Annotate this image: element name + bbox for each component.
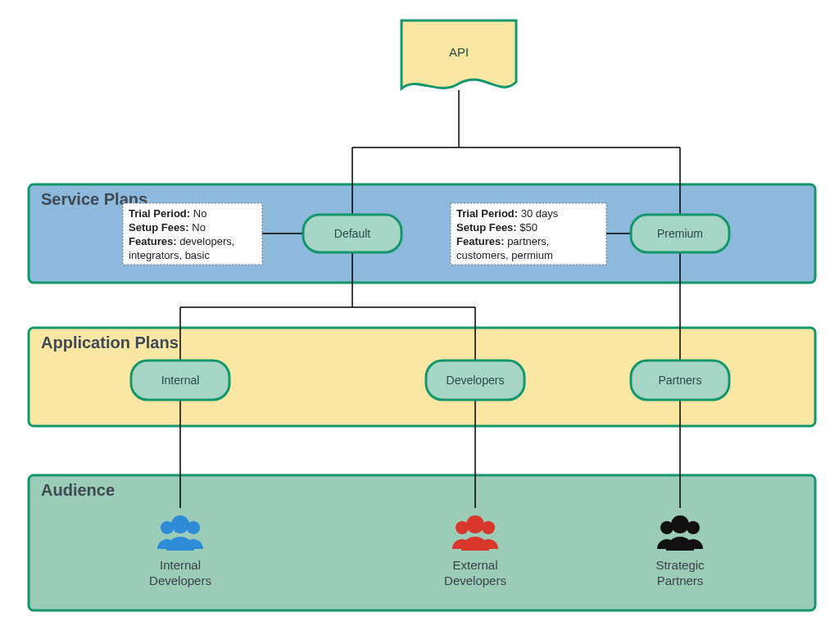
partners-plan-node: Partners	[631, 361, 729, 400]
audience-label: Audience	[41, 481, 115, 499]
default-fees-value: No	[189, 221, 206, 234]
external-dev-label-2: Developers	[444, 574, 506, 587]
default-fees-label: Setup Fees:	[129, 221, 189, 234]
default-features-label: Features:	[129, 235, 177, 247]
default-plan-label: Default	[334, 227, 370, 240]
svg-text:Features: partners,: Features: partners,	[456, 235, 549, 247]
svg-text:Trial Period: No: Trial Period: No	[129, 207, 206, 220]
strategic-label-2: Partners	[657, 574, 704, 587]
premium-details-box: Trial Period: 30 days Setup Fees: $50 Fe…	[451, 203, 606, 265]
premium-plan-node: Premium	[631, 215, 729, 252]
default-details-box: Trial Period: No Setup Fees: No Features…	[123, 203, 262, 265]
connectors	[180, 90, 680, 508]
api-node: API	[401, 20, 516, 88]
premium-plan-label: Premium	[657, 227, 703, 240]
svg-text:Setup Fees: No: Setup Fees: No	[129, 221, 206, 234]
internal-dev-label-1: Internal	[160, 558, 201, 572]
default-features-value-part2: integrators, basic	[129, 249, 210, 261]
default-features-value-part1: developers,	[177, 235, 235, 247]
application-plans-label: Application Plans	[41, 333, 179, 351]
external-dev-label-1: External	[452, 558, 497, 572]
svg-text:Features: developers,: Features: developers,	[129, 235, 234, 247]
developers-plan-node: Developers	[426, 361, 524, 400]
premium-fees-value: $50	[517, 221, 537, 234]
default-trial-value: No	[190, 207, 206, 220]
premium-features-value-part1: partners,	[505, 235, 550, 247]
default-trial-label: Trial Period:	[129, 207, 190, 220]
api-label: API	[449, 45, 469, 59]
premium-features-label: Features:	[456, 235, 505, 247]
strategic-label-1: Strategic	[655, 558, 705, 572]
premium-trial-label: Trial Period:	[456, 207, 518, 220]
svg-text:Trial Period: 30 days: Trial Period: 30 days	[456, 207, 559, 220]
developers-plan-label: Developers	[447, 374, 505, 387]
premium-features-value-part2: customers, permium	[456, 249, 553, 261]
internal-dev-label-2: Developers	[149, 574, 211, 587]
svg-text:Setup Fees: $50: Setup Fees: $50	[456, 221, 537, 234]
partners-plan-label: Partners	[659, 374, 702, 387]
default-plan-node: Default	[303, 215, 401, 252]
premium-fees-label: Setup Fees:	[456, 221, 517, 234]
internal-plan-node: Internal	[131, 361, 229, 400]
premium-trial-value: 30 days	[518, 207, 559, 220]
internal-plan-label: Internal	[161, 374, 200, 387]
